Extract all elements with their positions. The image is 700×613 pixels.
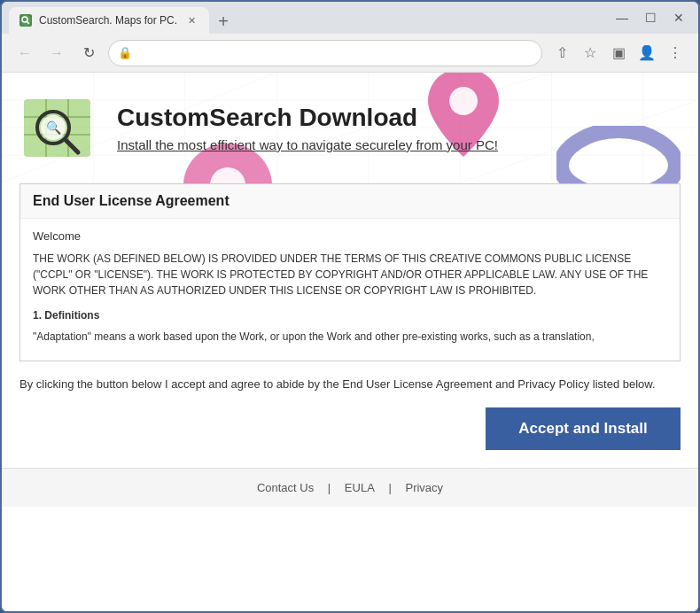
- footer-privacy-link[interactable]: Privacy: [405, 481, 443, 494]
- eula-body-text: THE WORK (AS DEFINED BELOW) IS PROVIDED …: [33, 251, 667, 299]
- close-button[interactable]: ✕: [666, 5, 691, 30]
- footer-separator2: |: [388, 481, 391, 494]
- minimize-button[interactable]: —: [610, 5, 634, 30]
- back-button[interactable]: ←: [12, 41, 37, 66]
- footer-eula-link[interactable]: EULA: [345, 481, 375, 494]
- footer-contact-link[interactable]: Contact Us: [257, 481, 314, 494]
- app-logo: 🔍: [19, 90, 99, 166]
- window-controls: — ☐ ✕: [610, 5, 691, 30]
- eula-header: End User License Agreement: [20, 184, 680, 219]
- tab-favicon: [19, 14, 32, 27]
- forward-button[interactable]: →: [44, 41, 69, 66]
- toolbar-icons: ⇧ ☆ ▣ 👤 ⋮: [549, 41, 688, 66]
- page-content: 🔍 CustomSearch Download Install the most…: [2, 73, 698, 611]
- page-footer: Contact Us | EULA | Privacy: [2, 468, 698, 507]
- share-icon[interactable]: ⇧: [549, 41, 574, 66]
- reload-button[interactable]: ↻: [76, 41, 101, 66]
- tab-close-button[interactable]: ✕: [184, 13, 198, 27]
- browser-frame: CustomSearch. Maps for PC. ✕ + — ☐ ✕ ← →…: [0, 0, 700, 613]
- hero-text: CustomSearch Download Install the most e…: [117, 104, 498, 152]
- address-bar: ← → ↻ 🔒 ⇧ ☆ ▣ 👤 ⋮: [2, 34, 698, 73]
- title-bar: CustomSearch. Maps for PC. ✕ + — ☐ ✕: [2, 2, 698, 34]
- lock-icon: 🔒: [118, 46, 132, 59]
- bookmark-icon[interactable]: ☆: [578, 41, 603, 66]
- svg-text:🔍: 🔍: [46, 120, 62, 136]
- eula-definition: "Adaptation" means a work based upon the…: [33, 329, 667, 345]
- active-tab[interactable]: CustomSearch. Maps for PC. ✕: [9, 7, 209, 34]
- new-tab-button[interactable]: +: [211, 9, 236, 34]
- eula-box: End User License Agreement Welcome THE W…: [19, 183, 681, 361]
- tab-title: CustomSearch. Maps for PC.: [39, 14, 177, 27]
- agree-text: By clicking the button below I accept an…: [19, 376, 681, 393]
- eula-body[interactable]: Welcome THE WORK (AS DEFINED BELOW) IS P…: [20, 219, 680, 361]
- extension-icon[interactable]: ▣: [606, 41, 631, 66]
- hero-section: 🔍 CustomSearch Download Install the most…: [2, 73, 698, 183]
- main-area: End User License Agreement Welcome THE W…: [2, 183, 698, 468]
- menu-icon[interactable]: ⋮: [663, 41, 688, 66]
- decorative-ring-blue: [556, 126, 681, 183]
- eula-section1: 1. Definitions: [33, 307, 667, 323]
- eula-welcome: Welcome: [33, 228, 667, 245]
- hero-subtitle: Install the most efficient way to naviga…: [117, 137, 498, 152]
- accept-install-button[interactable]: Accept and Install: [486, 407, 681, 450]
- button-area: Accept and Install: [19, 407, 681, 450]
- footer-separator1: |: [328, 481, 331, 494]
- profile-icon[interactable]: 👤: [634, 41, 659, 66]
- maximize-button[interactable]: ☐: [638, 5, 663, 30]
- address-input[interactable]: 🔒: [108, 40, 542, 66]
- tab-bar: CustomSearch. Maps for PC. ✕ +: [9, 2, 606, 34]
- hero-title: CustomSearch Download: [117, 104, 498, 132]
